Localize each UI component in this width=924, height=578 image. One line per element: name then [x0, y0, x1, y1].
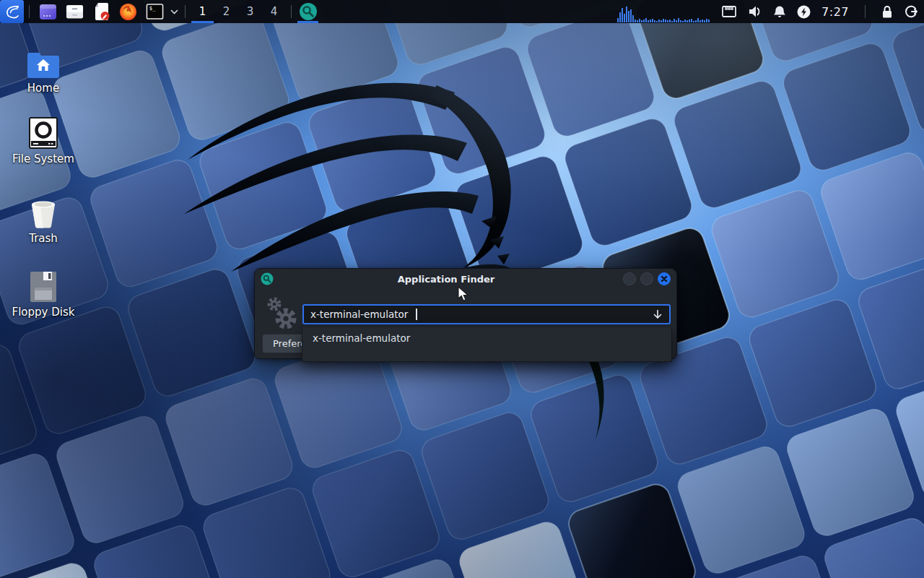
logout-icon[interactable]	[904, 4, 918, 19]
application-finder-window: Application Finder x-terminal-emu	[254, 268, 677, 359]
desktop-icon-label: Home	[0, 82, 87, 95]
desktop-icon-trash[interactable]: Trash	[0, 194, 87, 245]
workspace-3[interactable]: 3	[238, 0, 262, 23]
home-folder-icon	[0, 43, 87, 78]
panel-separator	[291, 5, 292, 18]
workspace-label: 2	[223, 5, 230, 18]
kali-logo-icon	[4, 3, 21, 20]
panel-separator	[865, 5, 866, 18]
firefox-icon	[119, 3, 137, 21]
workspace-2[interactable]: 2	[214, 0, 238, 23]
file-manager-icon	[66, 3, 84, 20]
search-query-text: x-terminal-emulator	[310, 309, 408, 320]
launcher-terminal[interactable]: $_	[146, 0, 164, 23]
completion-item[interactable]: x-terminal-emulator	[302, 327, 671, 349]
desktop-icon-label: File System	[0, 152, 87, 165]
window-icon-search	[261, 272, 274, 285]
notifications-bell-icon[interactable]	[773, 5, 786, 19]
desktop-icon-label: Trash	[0, 232, 87, 245]
workspace-1[interactable]: 1	[191, 0, 214, 23]
mouse-cursor	[458, 286, 469, 302]
gears-icon	[265, 295, 300, 332]
top-panel: $_ 1 2 3 4	[0, 0, 924, 23]
power-manager-icon[interactable]	[797, 5, 811, 19]
clock[interactable]: 7:27	[821, 5, 849, 19]
window-manager-icon	[39, 3, 57, 21]
preferences-button[interactable]: Preferences	[262, 334, 304, 353]
desktop-icon-home[interactable]: Home	[0, 43, 87, 95]
search-input[interactable]: x-terminal-emulator	[302, 304, 671, 324]
launcher-file-manager[interactable]	[66, 0, 84, 23]
minimize-button[interactable]	[623, 272, 636, 285]
floppy-disk-icon	[0, 267, 87, 302]
kali-dragon-silhouette	[184, 40, 632, 445]
file-system-drive-icon	[0, 114, 87, 149]
search-icon	[299, 2, 318, 21]
dropdown-arrow-icon[interactable]	[653, 309, 663, 320]
cpu-graph-widget[interactable]	[617, 1, 710, 22]
workspace-label: 4	[271, 5, 278, 18]
workspace-label: 1	[199, 5, 206, 18]
workspace-4[interactable]: 4	[262, 0, 286, 23]
text-caret	[416, 309, 417, 320]
kali-menu-button[interactable]	[0, 0, 24, 23]
svg-text:$_: $_	[149, 5, 156, 12]
lock-icon[interactable]	[881, 5, 893, 19]
desktop: Home File System Trash	[0, 0, 924, 578]
maximize-button[interactable]	[640, 272, 653, 285]
preferences-label: Preferences	[273, 338, 304, 349]
desktop-icon-label: Floppy Disk	[0, 306, 87, 319]
text-editor-icon	[93, 2, 110, 21]
panel-separator	[29, 5, 30, 18]
desktop-icon-file-system[interactable]: File System	[0, 114, 87, 165]
active-window-indicator	[297, 21, 318, 23]
chevron-down-icon	[170, 9, 178, 14]
trash-bin-icon	[0, 194, 87, 228]
close-icon	[658, 273, 670, 285]
close-button[interactable]	[658, 272, 671, 285]
volume-icon[interactable]	[748, 5, 762, 18]
window-title: Application Finder	[274, 274, 619, 285]
launcher-window-manager[interactable]	[39, 0, 57, 23]
launcher-text-editor[interactable]	[92, 0, 110, 23]
workspace-label: 3	[247, 5, 254, 18]
active-workspace-indicator	[191, 21, 214, 23]
ethernet-icon[interactable]	[721, 5, 737, 18]
launcher-firefox[interactable]	[119, 0, 137, 23]
terminal-icon: $_	[146, 3, 164, 20]
completion-dropdown: x-terminal-emulator	[302, 327, 672, 362]
launcher-dropdown[interactable]	[168, 0, 180, 23]
panel-separator	[185, 5, 186, 18]
application-finder-taskbar-button[interactable]	[297, 0, 319, 23]
desktop-icon-floppy-disk[interactable]: Floppy Disk	[0, 267, 87, 319]
